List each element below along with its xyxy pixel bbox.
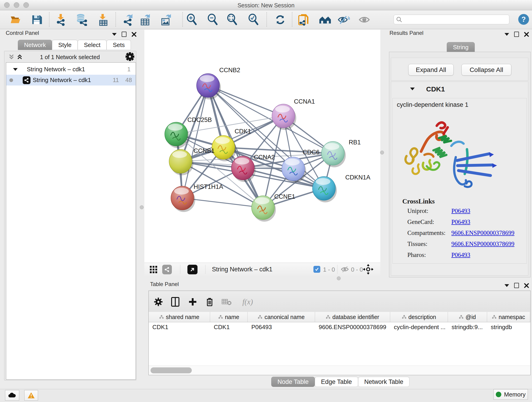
column-header-canonical-name[interactable]: canonical name [248, 312, 315, 322]
node-CDC25B[interactable] [165, 122, 189, 148]
node-CDKN1A[interactable] [312, 177, 337, 202]
network-canvas[interactable]: CCNB2CCNA1CDC25BCDK1CDC6RB1CCNB1CCNA2CDK… [144, 30, 380, 263]
tab-style[interactable]: Style [52, 40, 78, 50]
horizontal-splitter-handle[interactable] [337, 276, 341, 280]
refresh-view-icon[interactable] [274, 13, 286, 26]
crosslink-value-link[interactable]: 9606.ENSP00000378699 [451, 240, 514, 248]
duplicate-network-icon[interactable] [298, 13, 310, 26]
delete-column-icon[interactable] [204, 296, 215, 307]
table-cell[interactable]: stringdb:9... [448, 322, 487, 332]
status-bar: Memory [0, 389, 532, 402]
tab-node-table[interactable]: Node Table [271, 377, 315, 387]
open-in-window-button[interactable] [187, 265, 197, 274]
left-splitter-handle[interactable] [140, 205, 144, 209]
table-cell[interactable]: P06493 [248, 322, 315, 332]
node-CCNB1[interactable] [169, 149, 193, 175]
float-panel-icon[interactable] [122, 32, 127, 37]
expand-all-networks-icon[interactable] [17, 54, 23, 60]
export-network-icon[interactable] [122, 13, 134, 26]
node-table: f(x) shared namenamecanonical namedataba… [148, 291, 531, 375]
table-options-gear-icon[interactable] [153, 296, 164, 307]
add-column-icon[interactable] [187, 296, 198, 307]
table-cell[interactable]: stringdb [487, 322, 530, 332]
export-image-icon[interactable] [160, 13, 172, 26]
import-network-file-icon[interactable] [55, 13, 67, 26]
string-network-graph[interactable]: CCNB2CCNA1CDC25BCDK1CDC6RB1CCNB1CCNA2CDK… [144, 30, 380, 263]
table-cell[interactable]: 9606.ENSP00000378699 [315, 322, 390, 332]
memory-button[interactable]: Memory [494, 389, 528, 400]
column-header-description[interactable]: description [390, 312, 448, 322]
table-row[interactable]: CDK1CDK1P064939606.ENSP00000378699cyclin… [149, 322, 530, 332]
tab-select[interactable]: Select [78, 40, 107, 50]
column-header-name[interactable]: name [210, 312, 248, 322]
import-table-icon[interactable] [97, 13, 109, 26]
tree-expander-icon[interactable] [13, 68, 18, 71]
column-header-namespac[interactable]: namespac [487, 312, 530, 322]
right-splitter-handle[interactable] [380, 151, 384, 154]
float-panel-icon[interactable] [514, 283, 519, 288]
birds-eye-view-icon[interactable] [149, 265, 158, 274]
node-label-CDKN1A: CDKN1A [345, 174, 370, 181]
cloud-status-button[interactable] [5, 390, 19, 401]
zoom-fit-content-icon[interactable] [226, 13, 238, 26]
warning-status-button[interactable] [24, 390, 38, 401]
toolbar-separator [292, 12, 292, 27]
tab-network[interactable]: Network [18, 40, 52, 50]
hide-selected-eye-icon[interactable] [337, 13, 350, 26]
node-HIST1H1A[interactable] [171, 186, 195, 212]
table-horizontal-scrollbar[interactable] [149, 366, 530, 375]
crosslink-value-link[interactable]: P06493 [451, 251, 470, 259]
help-button[interactable]: ? [518, 14, 529, 25]
crosslink-value-link[interactable]: P06493 [451, 207, 470, 215]
node-CCNB2[interactable] [196, 74, 221, 99]
network-row-selected[interactable]: String Network – cdk1 11 48 [6, 75, 136, 85]
save-session-icon[interactable] [31, 13, 43, 26]
tab-sets[interactable]: Sets [107, 40, 131, 50]
scrollbar-thumb[interactable] [151, 367, 192, 373]
home-icon[interactable] [319, 13, 331, 26]
function-builder-icon[interactable]: f(x) [239, 296, 257, 307]
table-cell[interactable]: CDK1 [149, 322, 210, 332]
zoom-in-icon[interactable] [186, 13, 198, 26]
zoom-selected-icon[interactable] [247, 13, 260, 26]
search-input[interactable] [402, 16, 501, 23]
crosslink-value-link[interactable]: 9606.ENSP00000378699 [451, 230, 514, 236]
network-options-gear-icon[interactable] [126, 52, 134, 61]
column-type-icon [459, 315, 463, 319]
tab-string[interactable]: String [447, 42, 475, 52]
float-panel-icon[interactable] [514, 32, 519, 37]
selected-checkbox-icon[interactable] [313, 266, 320, 273]
panel-menu-icon[interactable] [505, 284, 509, 287]
node-CCNE1[interactable] [252, 196, 276, 222]
close-panel-icon[interactable] [132, 32, 137, 37]
delete-table-icon[interactable] [221, 296, 232, 307]
export-table-icon[interactable] [139, 13, 152, 26]
node-CCNA2[interactable] [231, 156, 256, 182]
import-network-database-icon[interactable] [75, 13, 88, 26]
node-RB1[interactable] [322, 141, 346, 167]
tab-edge-table[interactable]: Edge Table [315, 377, 358, 387]
zoom-out-icon[interactable] [206, 13, 219, 26]
tab-network-table[interactable]: Network Table [358, 377, 410, 387]
crosslink-value-link[interactable]: P06493 [451, 218, 470, 225]
gene-section-expander-icon[interactable] [410, 88, 415, 90]
column-header-database-identifier[interactable]: database identifier [315, 312, 390, 322]
close-panel-icon[interactable] [524, 32, 529, 37]
show-columns-icon[interactable] [170, 296, 181, 307]
table-panel-window-controls [505, 283, 529, 288]
column-header-@id[interactable]: @id [448, 312, 487, 322]
panel-menu-icon[interactable] [112, 33, 117, 36]
show-all-eye-icon[interactable] [358, 13, 370, 26]
column-header-shared-name[interactable]: shared name [149, 312, 210, 322]
table-cell[interactable]: cyclin-dependent ... [390, 322, 448, 332]
collapse-all-networks-icon[interactable] [8, 54, 15, 60]
string-style-button[interactable] [162, 265, 172, 274]
pan-mode-icon[interactable] [362, 264, 374, 275]
expand-all-button[interactable]: Expand All [408, 64, 454, 76]
panel-menu-icon[interactable] [505, 33, 509, 36]
table-cell[interactable]: CDK1 [210, 322, 248, 332]
open-session-icon[interactable] [10, 13, 22, 26]
close-panel-icon[interactable] [524, 283, 529, 288]
collapse-all-button[interactable]: Collapse All [462, 64, 511, 76]
network-collection-row[interactable]: String Network – cdk1 1 [6, 64, 136, 75]
